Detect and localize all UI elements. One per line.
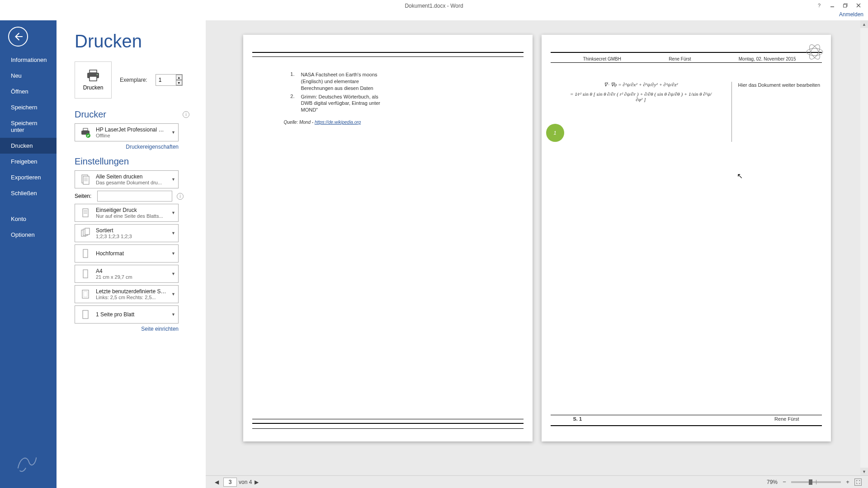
- company-logo-icon: [805, 43, 825, 62]
- printer-info-icon[interactable]: i: [183, 111, 189, 118]
- app-logo-icon: [14, 449, 40, 477]
- side-note: Hier das Dokument weiter bearbeiten: [731, 82, 822, 142]
- nav-konto[interactable]: Konto: [0, 211, 57, 227]
- svg-rect-24: [83, 249, 88, 258]
- paper-size-dropdown[interactable]: A4 21 cm x 29,7 cm ▼: [75, 265, 179, 283]
- window-title: Dokument1.docx - Word: [405, 3, 463, 9]
- preview-scrollbar[interactable]: ▲ ▼: [860, 20, 868, 475]
- copies-spin-down[interactable]: ▼: [176, 80, 182, 85]
- svg-rect-17: [83, 209, 88, 217]
- nav-optionen[interactable]: Optionen: [0, 227, 57, 243]
- pages-per-sheet-icon: [79, 308, 92, 321]
- page-setup-link[interactable]: Seite einrichten: [75, 326, 179, 332]
- page-title: Drucken: [75, 31, 189, 52]
- footer-author: Rene Fürst: [774, 416, 799, 422]
- duplex-icon: [79, 206, 92, 220]
- svg-rect-28: [83, 310, 88, 319]
- chevron-down-icon: ▼: [171, 251, 175, 256]
- svg-rect-13: [83, 176, 89, 184]
- svg-rect-2: [844, 5, 847, 7]
- duplex-dropdown[interactable]: Einseitiger Druck Nur auf eine Seite des…: [75, 204, 179, 222]
- printer-section-title: Drucker: [75, 109, 106, 120]
- back-button[interactable]: [8, 27, 28, 47]
- nav-speichern[interactable]: Speichern: [0, 99, 57, 115]
- svg-rect-25: [83, 270, 88, 278]
- margins-icon: [79, 287, 92, 301]
- chevron-down-icon: ▼: [171, 130, 175, 135]
- nav-schliessen[interactable]: Schließen: [0, 185, 57, 201]
- orientation-icon: [79, 247, 92, 260]
- header-company: Thinksecret GMBH: [583, 56, 621, 61]
- scroll-down-icon[interactable]: ▼: [860, 468, 868, 475]
- copies-spin-up[interactable]: ▲: [176, 75, 182, 80]
- pages-label: Seiten:: [75, 193, 93, 199]
- margins-dropdown[interactable]: Letzte benutzerdefinierte Sei... Links: …: [75, 285, 179, 303]
- collate-icon: [79, 226, 92, 240]
- restore-button[interactable]: [840, 1, 851, 9]
- nav-exportieren[interactable]: Exportieren: [0, 169, 57, 185]
- sign-in-link[interactable]: Anmelden: [839, 11, 863, 18]
- nav-informationen[interactable]: Informationen: [0, 52, 57, 68]
- chevron-down-icon: ▼: [171, 292, 175, 296]
- print-button-label: Drucken: [83, 84, 104, 91]
- nav-neu[interactable]: Neu: [0, 68, 57, 84]
- svg-point-29: [807, 48, 823, 56]
- svg-rect-10: [83, 128, 88, 131]
- svg-rect-7: [90, 76, 97, 81]
- chevron-down-icon: ▼: [171, 231, 175, 235]
- printer-name: HP LaserJet Professional CP...: [96, 127, 166, 133]
- source-link: https://de.wikipedia.org: [315, 120, 361, 125]
- printer-icon: [79, 126, 92, 139]
- next-page-button[interactable]: ▶: [252, 479, 261, 485]
- copies-label: Exemplare:: [120, 77, 147, 83]
- prev-page-button[interactable]: ◀: [212, 479, 222, 485]
- print-button[interactable]: Drucken: [75, 61, 112, 99]
- print-scope-dropdown[interactable]: Alle Seiten drucken Das gesamte Dokument…: [75, 170, 179, 188]
- chevron-down-icon: ▼: [171, 312, 175, 317]
- preview-page-right: Thinksecret GMBH Rene Fürst Montag, 02. …: [542, 35, 831, 441]
- svg-rect-23: [85, 228, 90, 235]
- header-date: Montag, 02. November 2015: [739, 56, 796, 61]
- preview-page-left: 1.NASA Factsheet on Earth's moons (Engli…: [243, 35, 533, 441]
- print-preview: 1.NASA Factsheet on Earth's moons (Engli…: [206, 20, 868, 475]
- svg-point-8: [97, 74, 98, 75]
- printer-status: Offline: [96, 133, 166, 138]
- zoom-out-button[interactable]: −: [780, 478, 788, 486]
- close-button[interactable]: [853, 1, 864, 9]
- chevron-down-icon: ▼: [171, 272, 175, 276]
- nav-oeffnen[interactable]: Öffnen: [0, 84, 57, 99]
- formula-2: = 1⁄r² sin θ [ sin θ ∂/∂r ( r² ∂ψ/∂r ) +…: [569, 91, 713, 102]
- printer-properties-link[interactable]: Druckereigenschaften: [75, 144, 179, 150]
- svg-rect-5: [90, 70, 97, 73]
- pages-per-sheet-dropdown[interactable]: 1 Seite pro Blatt ▼: [75, 305, 179, 324]
- printer-dropdown[interactable]: HP LaserJet Professional CP... Offline ▼: [75, 123, 179, 141]
- comment-badge: 1: [546, 124, 564, 142]
- footer-page: S. 1: [573, 416, 582, 422]
- zoom-level: 79%: [767, 479, 778, 485]
- page-total-label: von 4: [239, 479, 252, 485]
- zoom-slider[interactable]: [791, 481, 841, 483]
- nav-speichern-unter[interactable]: Speichern unter: [0, 115, 57, 138]
- current-page-input[interactable]: [223, 478, 237, 487]
- help-button[interactable]: ?: [813, 1, 825, 9]
- minimize-button[interactable]: [826, 1, 838, 9]
- zoom-fit-button[interactable]: ⛶: [854, 479, 862, 486]
- nav-drucken[interactable]: Drucken: [0, 138, 57, 154]
- nav-freigeben[interactable]: Freigeben: [0, 154, 57, 169]
- chevron-down-icon: ▼: [171, 177, 175, 182]
- orientation-dropdown[interactable]: Hochformat ▼: [75, 244, 179, 263]
- chevron-down-icon: ▼: [171, 211, 175, 215]
- settings-section-title: Einstellungen: [75, 156, 129, 167]
- collate-dropdown[interactable]: Sortiert 1;2;3 1;2;3 1;2;3 ▼: [75, 224, 179, 242]
- zoom-in-button[interactable]: +: [844, 478, 852, 486]
- paper-icon: [79, 267, 92, 281]
- formula-1: ∇ · ∇ψ = ∂²ψ/∂x² + ∂²ψ/∂y² + ∂²ψ/∂z²: [569, 82, 713, 88]
- pages-info-icon[interactable]: i: [177, 193, 184, 200]
- scroll-up-icon[interactable]: ▲: [860, 20, 868, 28]
- pages-input[interactable]: [97, 191, 172, 202]
- header-author: Rene Fürst: [669, 56, 691, 61]
- pages-icon: [79, 173, 92, 186]
